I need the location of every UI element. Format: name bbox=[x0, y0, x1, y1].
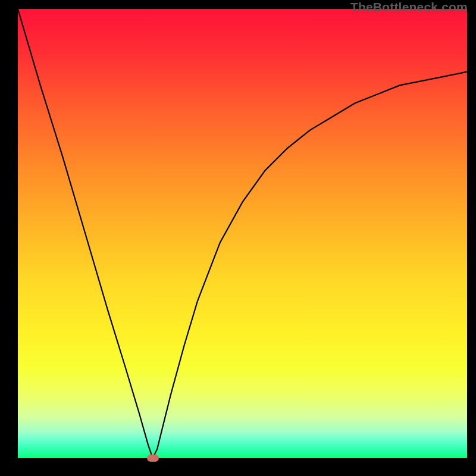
optimal-point-marker bbox=[147, 455, 159, 462]
plot-area bbox=[18, 9, 467, 458]
chart-container: TheBottleneck.com bbox=[0, 0, 476, 476]
watermark-text: TheBottleneck.com bbox=[350, 0, 468, 14]
bottleneck-curve bbox=[18, 9, 467, 458]
